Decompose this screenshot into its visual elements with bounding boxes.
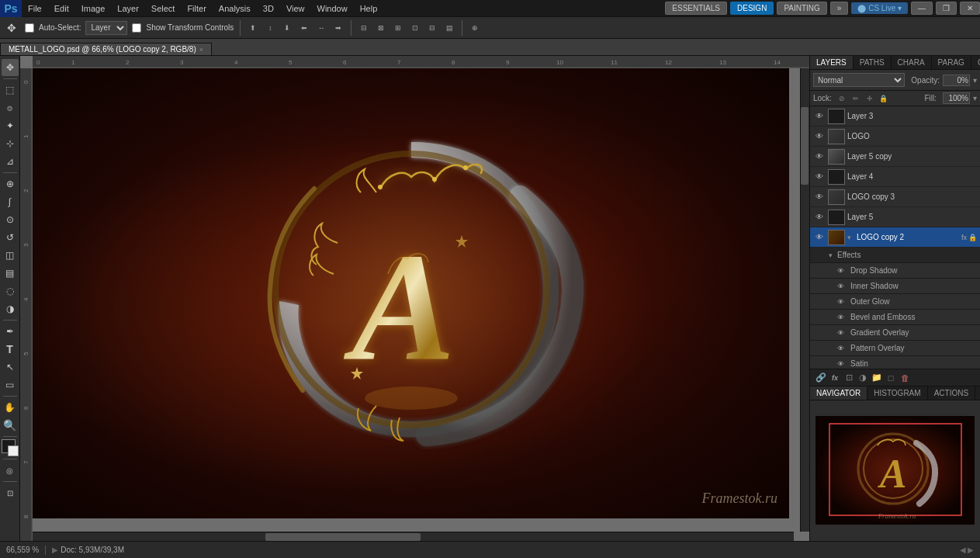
document-tab[interactable]: METALL_LOGO.psd @ 66,6% (LOGO copy 2, RG… [0,43,212,55]
new-layer-icon[interactable]: □ [885,372,897,384]
logo-visibility-icon[interactable]: 👁 [813,130,826,143]
tab-navigator[interactable]: NAVIGATOR [810,386,867,400]
eraser-tool[interactable]: ◫ [2,247,19,264]
eyedropper-tool[interactable]: ⊿ [2,153,19,170]
minimize-button[interactable]: — [911,2,933,15]
lock-transparent-icon[interactable]: ⊘ [836,93,847,104]
h-scrollbar-thumb[interactable] [265,533,421,541]
more-workspaces-button[interactable]: » [830,2,849,15]
clone-tool[interactable]: ⊙ [2,211,19,228]
h-scrollbar[interactable] [33,532,794,541]
layer3-visibility-icon[interactable]: 👁 [813,110,826,123]
tab-character[interactable]: CHARA [892,56,932,69]
lock-image-icon[interactable]: ✏ [850,93,861,104]
layer-mask-icon[interactable]: ⊡ [843,372,855,384]
auto-select-checkbox[interactable] [25,23,34,33]
effect-gradient-overlay[interactable]: 👁 Gradient Overlay [810,325,980,341]
menu-edit[interactable]: Edit [48,0,75,17]
layer-item-layer4[interactable]: 👁 Layer 4 [810,167,980,187]
layer5-visibility-icon[interactable]: 👁 [813,211,826,224]
doc-info-arrow[interactable]: ▶ [52,546,58,554]
fill-input[interactable] [943,92,970,104]
distribute-top-icon[interactable]: ⊡ [409,22,421,34]
effect-outer-glow[interactable]: 👁 Outer Glow [810,294,980,310]
effect-pattern-overlay[interactable]: 👁 Pattern Overlay [810,341,980,356]
screen-mode-button[interactable]: ⊡ [2,484,19,501]
auto-select-dropdown[interactable]: Layer Group [85,21,127,35]
quick-mask-tool[interactable]: ◎ [2,462,19,479]
tab-paths[interactable]: PATHS [854,56,892,69]
color-swatches[interactable] [2,439,19,456]
design-mode-button[interactable]: DESIGN [730,2,774,15]
background-color[interactable] [8,445,19,456]
align-bottom-icon[interactable]: ➡ [332,22,345,34]
blend-mode-select[interactable]: Normal Multiply Screen [813,73,905,87]
layer-item-layer5copy[interactable]: 👁 Layer 5 copy [810,147,980,167]
dodge-tool[interactable]: ◑ [2,300,19,317]
layer4-visibility-icon[interactable]: 👁 [813,171,826,183]
layer-style-icon[interactable]: fx [829,372,841,384]
marquee-tool[interactable]: ⬚ [2,81,19,99]
tab-channels[interactable]: CHANN [971,56,980,69]
canvas-wrapper[interactable]: A Framestok.ru [33,68,809,541]
crop-tool[interactable]: ⊹ [2,135,19,152]
shape-tool[interactable]: ▭ [2,376,19,393]
menu-select[interactable]: Select [145,0,182,17]
satin-eye[interactable]: 👁 [835,359,846,369]
menu-3d[interactable]: 3D [257,0,280,17]
layer-item-layer5[interactable]: 👁 Layer 5 [810,207,980,227]
pen-tool[interactable]: ✒ [2,323,19,340]
align-right-icon[interactable]: ⬇ [281,22,293,34]
restore-button[interactable]: ❒ [936,2,957,15]
outer-glow-eye[interactable]: 👁 [835,296,846,307]
distribute-center-h-icon[interactable]: ⊟ [426,22,438,34]
drop-shadow-eye[interactable]: 👁 [835,265,846,276]
pattern-overlay-eye[interactable]: 👁 [835,343,846,354]
hand-tool[interactable]: ✋ [2,399,19,416]
type-tool[interactable]: T [2,341,19,358]
quick-select-tool[interactable]: ✦ [2,117,19,134]
menu-image[interactable]: Image [75,0,112,17]
scroll-left-icon[interactable]: ◀ [960,546,966,554]
history-brush-tool[interactable]: ↺ [2,229,19,246]
menu-view[interactable]: View [280,0,311,17]
delete-layer-icon[interactable]: 🗑 [899,372,911,384]
close-button[interactable]: ✕ [960,2,980,15]
effects-expand-icon[interactable]: ▾ [829,251,833,259]
painting-mode-button[interactable]: PAINTING [777,2,826,15]
opacity-chevron[interactable]: ▾ [973,76,977,85]
tab-layers[interactable]: LAYERS [810,56,854,69]
adjustment-layer-icon[interactable]: ◑ [857,372,869,384]
menu-file[interactable]: File [22,0,48,17]
gradient-tool[interactable]: ▤ [2,265,19,282]
show-transform-checkbox[interactable] [132,23,141,33]
layer-item-logocopy3[interactable]: 👁 LOGO copy 3 [810,187,980,207]
logocopy2-visibility-icon[interactable]: 👁 [813,231,826,244]
distribute-left-icon[interactable]: ⊟ [358,22,370,34]
align-top-icon[interactable]: ⬅ [298,22,310,34]
menu-window[interactable]: Window [311,0,354,17]
menu-help[interactable]: Help [354,0,384,17]
cs-live-button[interactable]: ⬤ CS Live ▾ [851,2,908,14]
layer5copy-visibility-icon[interactable]: 👁 [813,151,826,163]
blur-tool[interactable]: ◌ [2,282,19,300]
document-tab-close[interactable]: × [199,46,203,54]
gradient-overlay-eye[interactable]: 👁 [835,328,846,338]
tab-actions[interactable]: ACTIONS [928,386,975,400]
effects-group-header[interactable]: ▾ Effects [810,248,980,263]
distribute-center-v-icon[interactable]: ⊠ [375,22,387,34]
link-layers-icon[interactable]: 🔗 [815,372,827,384]
effect-satin[interactable]: 👁 Satin [810,356,980,369]
opacity-input[interactable] [943,75,970,86]
distribute-bottom-icon[interactable]: ▤ [443,22,455,34]
tab-histogram[interactable]: HISTOGRAM [867,386,927,400]
scroll-right-icon[interactable]: ▶ [968,546,974,554]
menu-filter[interactable]: Filter [181,0,212,17]
align-left-icon[interactable]: ⬆ [247,22,259,34]
logocopy3-visibility-icon[interactable]: 👁 [813,191,826,203]
align-center-v-icon[interactable]: ↕ [264,22,276,34]
effect-inner-shadow[interactable]: 👁 Inner Shadow [810,279,980,294]
lock-all-icon[interactable]: 🔒 [878,93,889,104]
move-tool[interactable]: ✥ [2,59,19,76]
logocopy2-expand-icon[interactable]: ▾ [847,234,857,241]
